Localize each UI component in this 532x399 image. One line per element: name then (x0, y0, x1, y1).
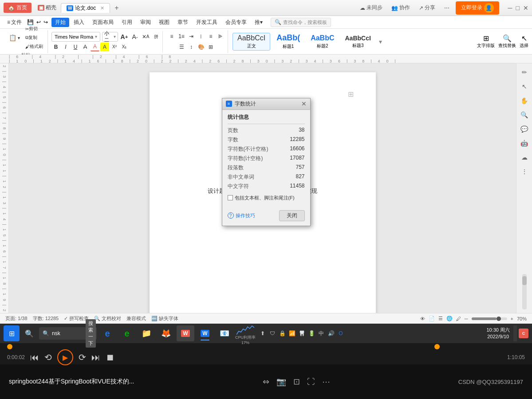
video-controls: 0:00:02 ⏮ ⟲ ▶ ⟳ ⏭ ⏹ 1:10:05 (0, 343, 532, 364)
include-textbox-checkbox-row: 包括文本框、脚注和尾注(F) (228, 195, 305, 201)
ie-icon: e (105, 329, 110, 339)
total-time: 1:10:05 (507, 354, 525, 360)
taskbar-search-icon[interactable]: 🔍 (21, 325, 37, 341)
stat-row-chinese-chars: 中文字符 11458 (228, 182, 305, 191)
mirror-btn[interactable]: ⇔ (263, 377, 269, 387)
help-link[interactable]: ? 操作技巧 (228, 212, 255, 219)
taskbar-app-ie[interactable]: e (99, 325, 116, 341)
taskbar-app-wps[interactable]: W (177, 325, 194, 341)
cpu-chart (236, 322, 254, 335)
wps-icon: W (181, 330, 189, 337)
dialog-title: 字数统计 (235, 100, 256, 108)
controls-row: 0:00:02 ⏮ ⟲ ▶ ⟳ ⏭ ⏹ 1:10:05 (7, 349, 525, 365)
bottom-bar: springboot244基于SpringBoot和VUE技术的... ⇔ 📷 … (0, 364, 532, 399)
dialog-body: 统计信息 页数 38 字数 12285 字符数(不计空格) (222, 110, 310, 208)
csdn-taskbar-icon[interactable]: C (519, 329, 528, 338)
dialog-divider (228, 124, 305, 124)
bottom-controls: ⇔ 📷 ⊡ ⛶ ⋯ (263, 377, 330, 387)
taskbar-search-bar[interactable]: 🔍 搜索一下 (39, 327, 97, 340)
tray-battery-icon[interactable]: 🔋 (308, 330, 315, 337)
search-input[interactable] (52, 330, 83, 336)
settings-btn[interactable]: ⋯ (322, 377, 330, 387)
mail-icon: 📧 (220, 329, 229, 338)
play-button[interactable]: ▶ (57, 349, 73, 365)
system-clock[interactable]: 10:30 周六 2022/9/10 (486, 327, 510, 340)
video-title: springboot244基于SpringBoot和VUE技术的... (9, 378, 134, 386)
wps-window: 🏠 首页 ▣ 稻壳 W 论文.doc ✕ + ☁ (0, 0, 532, 324)
tray-wifi-icon[interactable]: 📶 (288, 330, 296, 337)
dialog-title-bar: ≡ 字数统计 ✕ (222, 98, 310, 110)
rewind-btn[interactable]: ⟲ (44, 352, 52, 363)
explorer-icon: 📁 (142, 329, 151, 338)
windows-icon: ⊞ (9, 329, 15, 338)
cpu-monitor[interactable]: CPU利用率 17% (235, 322, 256, 345)
cpu-percent: 17% (241, 340, 249, 345)
taskbar: ⊞ 🔍 🔍 搜索一下 e e 📁 🦊 W W 📧 CPU利用率 17% (0, 324, 532, 343)
start-button[interactable]: ⊞ (4, 325, 20, 341)
search-input-icon: 🔍 (43, 330, 49, 336)
tray-vpn-icon[interactable]: 🛡 (269, 330, 276, 337)
next-btn[interactable]: ⏭ (91, 352, 100, 363)
search-icon: 🔍 (25, 329, 34, 338)
screenshot-btn[interactable]: 📷 (276, 377, 286, 387)
watermark: CSDN @QQ3295391197 (458, 379, 523, 385)
dialog-footer: ? 操作技巧 关闭 (222, 208, 310, 226)
progress-knob[interactable] (7, 344, 12, 349)
tray-bluetooth-icon[interactable]: 🦷 (298, 330, 305, 337)
cpu-label: CPU利用率 (235, 335, 256, 340)
video-area: 🏠 首页 ▣ 稻壳 W 论文.doc ✕ + ☁ (0, 0, 532, 324)
dialog-icon: ≡ (226, 101, 232, 107)
pip-btn[interactable]: ⊡ (293, 377, 300, 387)
taskbar-app-360[interactable]: e (118, 325, 136, 341)
tray-input-icon[interactable]: 中 (318, 330, 325, 337)
tray-outlook-icon[interactable]: O (337, 330, 344, 337)
taskbar-app-firefox[interactable]: 🦊 (157, 325, 175, 341)
stat-row-pages: 页数 38 (228, 126, 305, 135)
notification-area[interactable] (513, 325, 517, 341)
dialog-close-icon[interactable]: ✕ (301, 100, 307, 107)
fullscreen-btn[interactable]: ⛶ (307, 377, 315, 387)
prev-btn[interactable]: ⏮ (30, 352, 39, 363)
taskbar-app-explorer[interactable]: 📁 (138, 325, 155, 341)
stat-row-chars-nospace: 字符数(不计空格) 16606 (228, 145, 305, 154)
checkbox-label: 包括文本框、脚注和尾注(F) (235, 195, 295, 201)
firefox-icon: 🦊 (161, 329, 171, 338)
stat-row-words: 字数 12285 (228, 135, 305, 145)
stat-row-chars-space: 字符数(计空格) 17087 (228, 154, 305, 163)
dialog-close-button[interactable]: 关闭 (279, 210, 305, 221)
taskbar-app-wps2[interactable]: W (196, 325, 214, 341)
tray-security-icon[interactable]: 🔒 (279, 330, 286, 337)
tray-volume-icon[interactable]: 🔊 (327, 330, 335, 337)
playhead-knob[interactable] (434, 344, 440, 349)
stat-row-non-chinese: 非中文单词 827 (228, 172, 305, 182)
clock-time: 10:30 周六 (486, 327, 510, 333)
word-count-dialog: ≡ 字数统计 ✕ 统计信息 页数 38 字数 (0, 0, 532, 324)
stat-row-paragraphs: 段落数 757 (228, 163, 305, 172)
stop-btn[interactable]: ⏹ (106, 352, 114, 363)
clock-date: 2022/9/10 (486, 333, 510, 340)
include-textbox-checkbox[interactable] (228, 195, 233, 200)
help-icon: ? (228, 212, 234, 219)
tray-upload-icon[interactable]: ⬆ (259, 330, 266, 337)
current-time: 0:00:02 (7, 354, 25, 360)
dialog-section-title: 统计信息 (228, 113, 305, 121)
wps2-icon: W (201, 330, 209, 337)
system-tray: ⬆ 🛡 🔒 📶 🦷 🔋 中 🔊 O (259, 330, 344, 337)
360-icon: e (124, 329, 129, 339)
dialog-box: ≡ 字数统计 ✕ 统计信息 页数 38 字数 (222, 98, 311, 226)
taskbar-app-mail[interactable]: 📧 (216, 325, 233, 341)
forward-btn[interactable]: ⟳ (79, 352, 86, 363)
